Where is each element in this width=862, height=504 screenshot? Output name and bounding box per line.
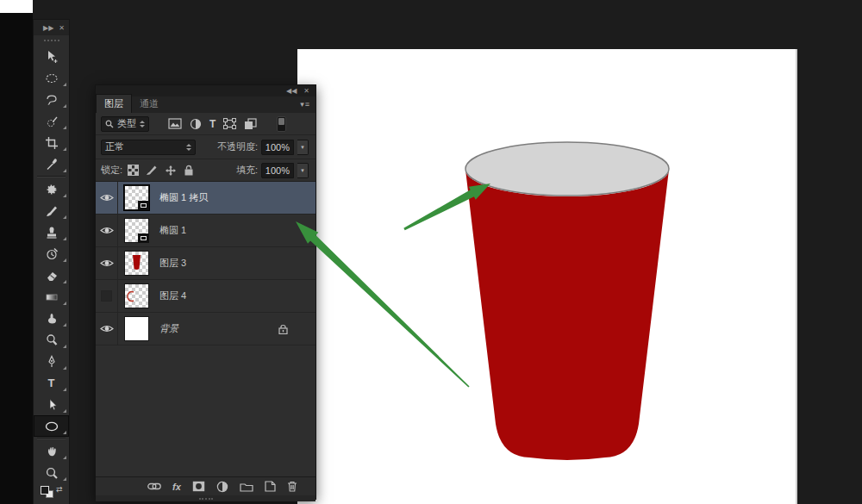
collapse-panel-icon[interactable]: ◀◀ — [286, 87, 297, 95]
tab-layers[interactable]: 图层 — [96, 94, 132, 113]
quick-selection-tool[interactable] — [34, 110, 69, 132]
tools-panel-grip[interactable] — [34, 35, 69, 46]
layer-name[interactable]: 背景 — [159, 322, 178, 335]
clone-stamp-tool[interactable] — [34, 221, 69, 243]
layer-thumbnail[interactable] — [124, 185, 149, 210]
document-canvas[interactable] — [297, 49, 797, 504]
magnifier-icon — [47, 468, 54, 476]
visibility-toggle[interactable] — [96, 313, 118, 345]
layer-thumbnail[interactable] — [124, 316, 149, 341]
vector-mask-badge-icon — [138, 201, 149, 210]
tool-group-divider — [37, 438, 66, 439]
layer-list-empty-area — [96, 345, 315, 476]
layer-style-button[interactable]: fx — [172, 482, 181, 492]
eraser-tool[interactable] — [34, 264, 69, 286]
layer-row-layer-3[interactable]: 图层 3 — [96, 247, 315, 280]
tools-panel-header: ▶▶ ✕ — [34, 20, 69, 35]
fill-dropdown-icon[interactable]: ▼ — [297, 163, 309, 178]
layer-name[interactable]: 椭圆 1 拷贝 — [159, 191, 208, 204]
new-layer-button[interactable] — [265, 481, 276, 492]
layer-row-ellipse-1-copy[interactable]: 椭圆 1 拷贝 — [96, 182, 315, 215]
panel-menu-icon[interactable]: ▾≡ — [300, 100, 310, 109]
filter-smart-objects-icon[interactable] — [244, 118, 257, 130]
opacity-dropdown-icon[interactable]: ▼ — [297, 140, 309, 155]
healing-brush-tool[interactable] — [34, 178, 69, 200]
visibility-toggle[interactable] — [96, 215, 118, 247]
eye-icon — [100, 193, 114, 202]
layer-filter-toggle[interactable] — [277, 116, 286, 132]
page-background-corner — [0, 0, 33, 13]
eye-icon — [100, 324, 114, 333]
panel-resize-grip[interactable] — [96, 495, 315, 501]
link-layers-button[interactable] — [147, 482, 161, 490]
layer-thumbnail[interactable] — [124, 283, 149, 308]
filter-type-select[interactable]: 类型 — [101, 116, 149, 132]
lock-row: 锁定: 填充: 100% ▼ — [96, 159, 315, 182]
lock-transparent-pixels-icon[interactable] — [128, 165, 139, 176]
move-tool[interactable] — [34, 46, 69, 67]
ellipse-tool[interactable] — [34, 415, 69, 437]
layer-name[interactable]: 图层 3 — [159, 257, 186, 270]
photoshop-workspace: ▶▶ ✕ — [0, 0, 862, 504]
gradient-tool[interactable] — [34, 286, 69, 308]
layer-row-background[interactable]: 背景 — [96, 313, 315, 345]
lock-all-icon[interactable] — [184, 165, 194, 176]
layers-panel-bottombar: fx — [96, 476, 315, 495]
lock-label: 锁定: — [101, 164, 122, 177]
filter-type-value: 类型 — [117, 117, 136, 130]
layers-panel: ◀◀ ✕ 图层 通道 ▾≡ 类型 T — [95, 84, 316, 500]
pen-tool[interactable] — [34, 351, 69, 372]
visibility-toggle[interactable] — [96, 247, 118, 280]
smudge-tool[interactable] — [34, 308, 69, 329]
elliptical-marquee-tool[interactable] — [34, 67, 69, 89]
window-edge-strip — [0, 13, 33, 504]
lock-position-icon[interactable] — [165, 165, 177, 177]
close-panel-icon[interactable]: ✕ — [303, 87, 309, 95]
gradient-icon — [47, 295, 57, 300]
blend-mode-select[interactable]: 正常 — [101, 140, 196, 155]
brush-tool[interactable] — [34, 200, 69, 221]
color-swatches[interactable]: ⇄ — [34, 483, 69, 501]
close-panel-icon[interactable]: ✕ — [59, 24, 65, 32]
filter-pixel-layers-icon[interactable] — [168, 118, 182, 129]
filter-type-layers-icon[interactable]: T — [209, 118, 216, 130]
dodge-tool[interactable] — [34, 329, 69, 351]
marquee-ellipse-icon — [47, 74, 57, 82]
new-adjustment-layer-button[interactable] — [216, 481, 228, 493]
add-layer-mask-button[interactable] — [192, 481, 205, 492]
path-selection-icon — [50, 399, 57, 410]
hand-tool[interactable] — [34, 440, 69, 462]
c-curve-thumbnail-art — [125, 284, 148, 308]
swap-colors-icon[interactable]: ⇄ — [56, 485, 63, 494]
foreground-color-swatch[interactable] — [41, 486, 49, 495]
layer-row-ellipse-1[interactable]: 椭圆 1 — [96, 215, 315, 247]
lasso-icon — [47, 96, 56, 104]
layer-name[interactable]: 椭圆 1 — [159, 224, 186, 237]
layer-thumbnail[interactable] — [124, 218, 149, 243]
panel-tab-strip: 图层 通道 ▾≡ — [96, 96, 315, 113]
new-group-button[interactable] — [240, 482, 253, 492]
visibility-toggle[interactable] — [96, 280, 118, 313]
lock-image-pixels-icon[interactable] — [146, 165, 158, 176]
filter-shape-layers-icon[interactable] — [223, 118, 236, 129]
visibility-toggle[interactable] — [96, 182, 118, 215]
filter-adjustment-layers-icon[interactable] — [190, 118, 202, 130]
path-selection-tool[interactable] — [34, 394, 69, 415]
history-brush-tool[interactable] — [34, 243, 69, 264]
zoom-tool[interactable] — [34, 462, 69, 483]
lasso-tool[interactable] — [34, 89, 69, 110]
layer-row-layer-4[interactable]: 图层 4 — [96, 280, 315, 313]
fill-label: 填充: — [236, 164, 258, 177]
tab-channels[interactable]: 通道 — [132, 95, 166, 113]
opacity-input[interactable]: 100% — [261, 140, 294, 155]
type-tool[interactable]: T — [34, 372, 69, 394]
layer-lock-icon — [278, 324, 288, 336]
collapse-panel-icon[interactable]: ▶▶ — [43, 24, 53, 32]
pen-nib-icon — [49, 356, 54, 364]
fill-input[interactable]: 100% — [261, 163, 294, 178]
eyedropper-tool[interactable] — [34, 153, 69, 175]
layer-thumbnail[interactable] — [124, 251, 149, 276]
delete-layer-button[interactable] — [287, 481, 297, 492]
layer-name[interactable]: 图层 4 — [159, 289, 186, 302]
crop-tool[interactable] — [34, 132, 69, 153]
